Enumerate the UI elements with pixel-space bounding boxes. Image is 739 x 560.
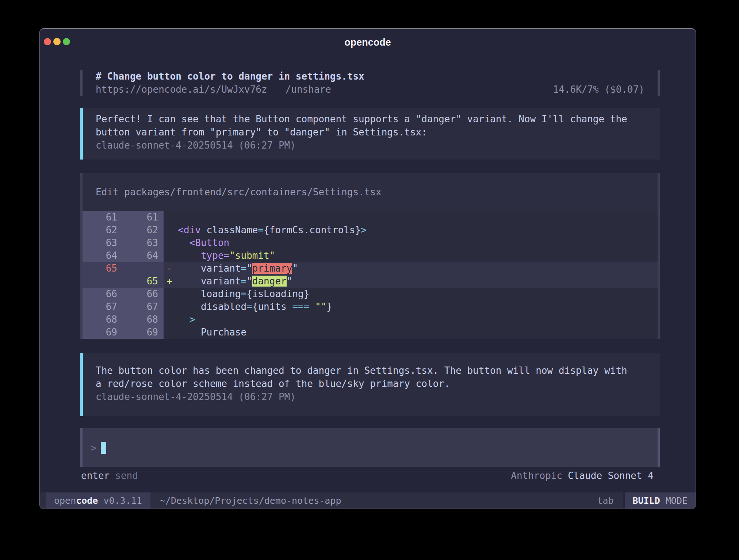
diff-row: 6161 (83, 211, 658, 224)
line-number-old: 67 (83, 300, 117, 313)
line-number-old: 63 (83, 237, 117, 249)
mode-name: BUILD (633, 495, 660, 506)
code-token (309, 301, 315, 312)
working-directory: ~/Desktop/Projects/demo-notes-app (160, 495, 341, 506)
diff-gutter: 6969 (83, 326, 164, 339)
code-token: + (166, 276, 172, 287)
mode-chip[interactable]: BUILDMODE (625, 492, 696, 509)
diff-gutter: 65 (83, 262, 164, 275)
diff-gutter: 6161 (83, 211, 164, 224)
line-number-old: 62 (83, 224, 117, 237)
code-token: loading (201, 288, 241, 299)
code-token: type= (201, 250, 229, 261)
status-bar: opencodev0.3.11 ~/Desktop/Projects/demo-… (40, 492, 696, 509)
diff-code-line: > (164, 313, 658, 326)
message-text-line: The button color has been changed to dan… (96, 364, 660, 377)
code-token: = (258, 225, 264, 235)
code-token: = (241, 276, 247, 287)
diff-gutter: 6363 (83, 237, 164, 249)
code-token: " (246, 276, 252, 287)
line-number-old: 65 (83, 262, 117, 275)
line-number-new (117, 262, 158, 275)
text-cursor (101, 442, 106, 454)
code-token: Purchase (201, 327, 246, 338)
diff-row: 6464 type="submit" (83, 249, 658, 262)
diff-gutter: 6262 (83, 224, 164, 237)
brand-open: open (54, 495, 76, 506)
code-token: variant (172, 276, 241, 287)
diff-row: 6363 <Button (83, 237, 658, 249)
diff-code-line: <div className={formCs.controls}> (164, 224, 658, 237)
code-token (166, 225, 178, 235)
code-token: primary (252, 263, 292, 274)
edit-tool-block: Edit packages/frontend/src/containers/Se… (80, 173, 660, 339)
code-token (166, 327, 201, 338)
line-number-new: 61 (117, 211, 158, 224)
assistant-message: The button color has been changed to dan… (80, 353, 660, 416)
diff-code-line: type="submit" (164, 249, 658, 262)
diff-gutter: 6464 (83, 249, 164, 262)
message-text-line: Perfect! I can see that the Button compo… (96, 112, 660, 126)
line-number-new: 64 (117, 249, 158, 262)
code-token: <Button (189, 237, 230, 248)
line-number-new: 67 (117, 300, 158, 313)
code-token: <div (178, 225, 201, 235)
code-token: === (292, 301, 309, 312)
diff-gutter: 65 (83, 275, 164, 288)
line-number-new: 65 (117, 275, 158, 288)
prompt-symbol: > (91, 442, 96, 453)
message-meta: claude-sonnet-4-20250514 (06:27 PM) (96, 139, 660, 152)
code-token (166, 314, 189, 325)
diff-row: 6767 disabled={units === ""} (83, 300, 658, 313)
code-token: " (287, 276, 292, 287)
diff-code-line: disabled={units === ""} (164, 300, 658, 313)
code-token: - (166, 263, 172, 274)
code-token (166, 250, 201, 261)
code-token: "submit" (229, 250, 275, 261)
diff-code-line: Purchase (164, 326, 658, 339)
tab-key-hint[interactable]: tab (597, 495, 613, 506)
diff-row: 6666 loading={isLoading} (83, 288, 658, 300)
token-cost-stats: 14.6K/7% ($0.07) (553, 83, 644, 96)
line-number-new: 69 (117, 326, 158, 339)
model-label[interactable]: Claude Sonnet 4 (568, 470, 654, 481)
line-number-new: 62 (117, 224, 158, 237)
chat-input[interactable]: > (80, 428, 660, 467)
code-token: {formCs.controls} (264, 225, 361, 235)
diff-gutter: 6666 (83, 288, 164, 300)
diff-gutter: 6767 (83, 300, 164, 313)
code-token: disabled (201, 301, 246, 312)
unshare-command[interactable]: /unshare (286, 84, 331, 95)
code-token (166, 301, 201, 312)
line-number-new: 63 (117, 237, 158, 249)
diff-row: 6969 Purchase (83, 326, 658, 339)
session-title: # Change button color to danger in setti… (96, 70, 658, 83)
diff-row: 65+ variant="danger" (83, 275, 658, 288)
line-number-old: 66 (83, 288, 117, 300)
line-number-old: 61 (83, 211, 117, 224)
app-version-chip: opencodev0.3.11 (46, 492, 150, 509)
line-number-new: 68 (117, 313, 158, 326)
diff-code-line: loading={isLoading} (164, 288, 658, 300)
code-token: " (246, 263, 252, 274)
code-token: {units (252, 301, 292, 312)
enter-key-hint: enter (81, 470, 110, 481)
app-version: v0.3.11 (103, 495, 142, 506)
code-token: = (241, 263, 247, 274)
code-token (166, 288, 201, 299)
line-number-old (83, 275, 117, 288)
line-number-old: 69 (83, 326, 117, 339)
send-action-hint: send (115, 470, 138, 481)
diff-code-line: + variant="danger" (164, 275, 658, 288)
code-token: > (189, 314, 195, 325)
diff-code-line: - variant="primary" (164, 262, 658, 275)
brand-code: code (76, 495, 98, 506)
diff-row: 65- variant="primary" (83, 262, 658, 275)
code-token: } (326, 301, 332, 312)
code-token: danger (252, 276, 287, 287)
message-text-line: a red/rose color scheme instead of the b… (96, 377, 660, 390)
code-token: className (201, 225, 258, 235)
code-token: = (246, 301, 252, 312)
share-url[interactable]: https://opencode.ai/s/UwJxv76z (96, 84, 267, 95)
diff-gutter: 6868 (83, 313, 164, 326)
